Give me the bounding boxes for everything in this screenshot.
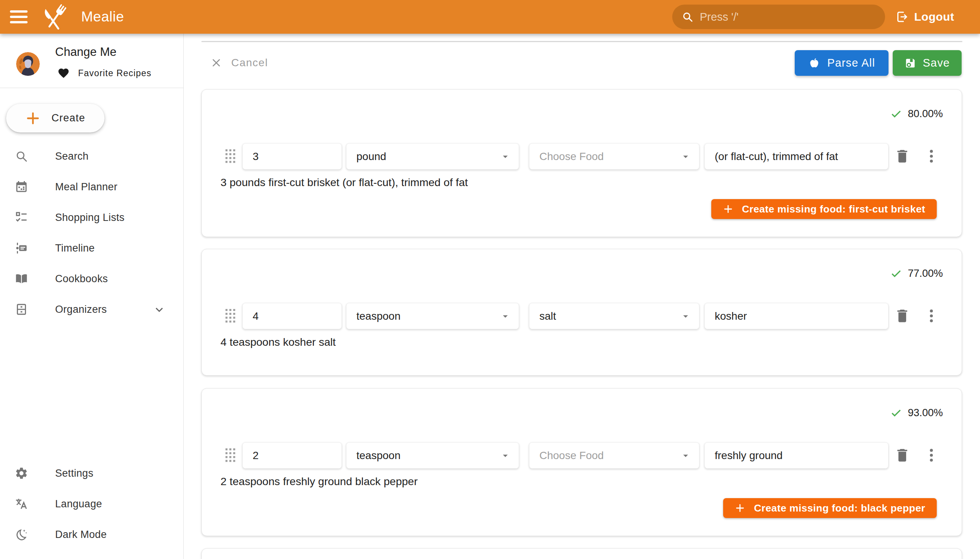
caret-down-icon: [680, 450, 691, 461]
ingredient-card: 93.00% teaspoon Choose Food: [202, 388, 962, 536]
favorite-recipes-link[interactable]: Favorite Recipes: [58, 66, 152, 80]
drag-handle-icon[interactable]: [225, 309, 235, 323]
app-header: Mealie Logout: [0, 0, 980, 34]
quantity-input[interactable]: [242, 143, 342, 170]
user-name[interactable]: Change Me: [55, 45, 116, 59]
cancel-button[interactable]: Cancel: [210, 53, 268, 73]
moon-icon: [15, 528, 28, 541]
mealie-logo-icon: [41, 2, 72, 33]
plus-icon: [25, 111, 41, 126]
confidence-indicator: 77.00%: [890, 267, 943, 280]
check-icon: [890, 267, 902, 280]
confidence-indicator: 93.00%: [890, 407, 943, 419]
avatar[interactable]: [16, 52, 40, 76]
search-bar: [672, 5, 885, 29]
sidebar-item-search[interactable]: Search: [0, 141, 183, 172]
logout-icon: [895, 10, 909, 24]
cabinet-icon: [15, 303, 28, 316]
sidebar-item-dark-mode[interactable]: Dark Mode: [0, 519, 183, 550]
sidebar-item-cookbooks[interactable]: Cookbooks: [0, 263, 183, 294]
original-ingredient-text: 4 teaspoons kosher salt: [220, 336, 336, 349]
create-button[interactable]: Create: [6, 104, 104, 132]
timeline-icon: [15, 241, 28, 255]
caret-down-icon: [680, 151, 691, 162]
create-missing-food-button[interactable]: Create missing food: black pepper: [723, 498, 937, 518]
sidebar-item-timeline[interactable]: Timeline: [0, 233, 183, 263]
close-icon: [210, 57, 222, 69]
sidebar-item-meal-planner[interactable]: Meal Planner: [0, 172, 183, 202]
menu-icon[interactable]: [10, 6, 34, 28]
ingredient-card: 80.00% pound Choose Food: [202, 89, 962, 237]
apple-icon: [808, 57, 820, 69]
gear-icon: [15, 466, 28, 480]
logout-button[interactable]: Logout: [895, 8, 954, 26]
drag-handle-icon[interactable]: [225, 149, 235, 163]
book-open-icon: [15, 272, 28, 286]
ingredient-card-partial: [202, 548, 962, 559]
delete-button[interactable]: [892, 445, 912, 466]
page-title: Mealie: [81, 9, 124, 25]
quantity-input[interactable]: [242, 442, 342, 469]
sidebar-divider: [0, 88, 183, 88]
note-input[interactable]: [704, 303, 889, 329]
sidebar-item-language[interactable]: Language: [0, 489, 183, 519]
note-input[interactable]: [704, 442, 889, 469]
delete-button[interactable]: [892, 305, 912, 327]
confidence-value: 77.00%: [908, 268, 943, 280]
unit-select[interactable]: teaspoon: [346, 442, 519, 469]
content-top-divider: [202, 41, 962, 42]
ingredient-card: 77.00% teaspoon salt: [202, 249, 962, 375]
plus-icon: [735, 503, 745, 513]
check-icon: [890, 407, 902, 419]
plus-icon: [723, 204, 734, 214]
more-options-button[interactable]: [921, 146, 941, 167]
unit-select[interactable]: pound: [346, 143, 519, 170]
chevron-down-icon: [152, 303, 166, 316]
caret-down-icon: [499, 311, 511, 322]
original-ingredient-text: 3 pounds first-cut brisket (or flat-cut)…: [220, 176, 468, 189]
more-options-button[interactable]: [921, 305, 941, 327]
save-icon: [905, 58, 916, 69]
caret-down-icon: [499, 450, 511, 461]
caret-down-icon: [499, 151, 511, 162]
main-content: Cancel Parse All Save: [184, 34, 980, 559]
translate-icon: [15, 497, 28, 511]
search-input[interactable]: [700, 11, 876, 23]
check-icon: [890, 108, 902, 120]
calendar-icon: [15, 180, 28, 194]
checklist-icon: [15, 210, 28, 224]
heart-icon: [58, 67, 70, 79]
original-ingredient-text: 2 teaspoons freshly ground black pepper: [220, 475, 418, 488]
sidebar-item-settings[interactable]: Settings: [0, 458, 183, 489]
unit-select[interactable]: teaspoon: [346, 303, 519, 329]
quantity-input[interactable]: [242, 303, 342, 329]
food-select[interactable]: Choose Food: [529, 442, 699, 469]
delete-button[interactable]: [892, 146, 912, 167]
drag-handle-icon[interactable]: [225, 448, 235, 462]
food-select[interactable]: salt: [529, 303, 699, 329]
save-button[interactable]: Save: [893, 50, 962, 76]
food-select[interactable]: Choose Food: [529, 143, 699, 170]
sidebar-item-shopping-lists[interactable]: Shopping Lists: [0, 202, 183, 233]
search-icon: [15, 149, 28, 163]
create-missing-food-button[interactable]: Create missing food: first-cut brisket: [711, 199, 937, 219]
confidence-indicator: 80.00%: [890, 108, 943, 120]
sidebar: Change Me Favorite Recipes Create Search: [0, 34, 184, 559]
sidebar-item-organizers[interactable]: Organizers: [0, 294, 183, 325]
confidence-value: 80.00%: [908, 108, 943, 120]
caret-down-icon: [680, 311, 691, 322]
more-options-button[interactable]: [921, 445, 941, 466]
parse-all-button[interactable]: Parse All: [795, 50, 889, 76]
confidence-value: 93.00%: [908, 407, 943, 419]
search-icon: [681, 11, 694, 23]
note-input[interactable]: [704, 143, 889, 170]
